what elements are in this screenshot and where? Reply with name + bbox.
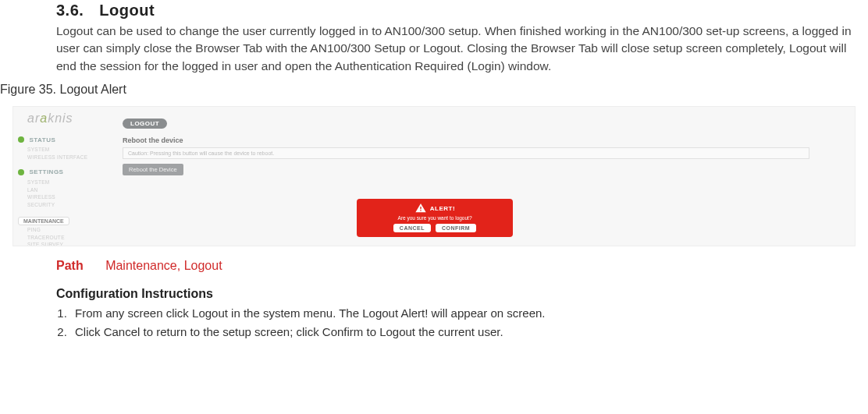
alert-title: ALERT!: [430, 205, 455, 212]
section-heading: 3.6. Logout: [56, 2, 856, 19]
path-row: Path Maintenance, Logout: [56, 259, 856, 273]
section-number: 3.6.: [56, 2, 84, 19]
logo-text-prefix: ar: [27, 111, 40, 125]
sidebar-head-status: STATUS: [29, 136, 55, 143]
reboot-section-label: Reboot the device: [123, 136, 847, 144]
sidebar-head-settings: SETTINGS: [29, 168, 63, 175]
config-step: From any screen click Logout in the syst…: [70, 304, 856, 322]
path-value: Maintenance, Logout: [105, 259, 222, 272]
path-label: Path: [56, 259, 84, 272]
sidebar-item[interactable]: SYSTEM: [27, 179, 107, 186]
caution-bar: Caution: Pressing this button will cause…: [123, 147, 809, 159]
sidebar-item[interactable]: WIRELESS INTERFACE: [27, 154, 107, 161]
alert-message: Are you sure you want to logout?: [361, 215, 508, 221]
config-steps-list: From any screen click Logout in the syst…: [56, 304, 856, 341]
screenshot-content: LOGOUT Reboot the device Caution: Pressi…: [123, 115, 847, 175]
sidebar-item[interactable]: SECURITY: [27, 201, 107, 209]
logo-dot-icon: a: [40, 111, 48, 125]
settings-dot-icon: [18, 169, 24, 175]
sidebar-item[interactable]: PING: [27, 226, 107, 234]
figure-caption: Figure 35. Logout Alert: [0, 83, 868, 97]
sidebar-item[interactable]: LAN: [27, 186, 107, 194]
brand-logo: araknis: [27, 111, 73, 126]
cancel-button[interactable]: CANCEL: [393, 224, 431, 232]
reboot-button[interactable]: Reboot the Device: [123, 164, 183, 175]
config-step: Click Cancel to return to the setup scre…: [70, 323, 856, 341]
svg-rect-0: [420, 207, 421, 209]
intro-paragraph: Logout can be used to change the user cu…: [56, 23, 852, 75]
sidebar-item[interactable]: TRACEROUTE: [27, 234, 107, 242]
sidebar-item[interactable]: SITE SURVEY: [27, 241, 107, 246]
sidebar-item[interactable]: SYSTEM: [27, 146, 107, 154]
sidebar-item-maintenance-active[interactable]: MAINTENANCE: [18, 217, 69, 225]
logout-alert-screenshot: araknis STATUS SYSTEM WIRELESS INTERFACE…: [12, 106, 856, 246]
config-instructions-heading: Configuration Instructions: [56, 287, 856, 301]
sidebar-item[interactable]: WIRELESS: [27, 193, 107, 201]
logout-alert-dialog: ALERT! Are you sure you want to logout? …: [357, 199, 513, 237]
status-dot-icon: [18, 136, 24, 143]
logo-text-suffix: knis: [48, 111, 73, 125]
confirm-button[interactable]: CONFIRM: [436, 224, 476, 232]
screenshot-sidebar: STATUS SYSTEM WIRELESS INTERFACE SETTING…: [13, 130, 107, 246]
svg-rect-1: [420, 211, 421, 211]
warning-triangle-icon: [414, 202, 427, 214]
section-title: Logout: [99, 2, 155, 19]
page-title-pill: LOGOUT: [123, 119, 167, 129]
